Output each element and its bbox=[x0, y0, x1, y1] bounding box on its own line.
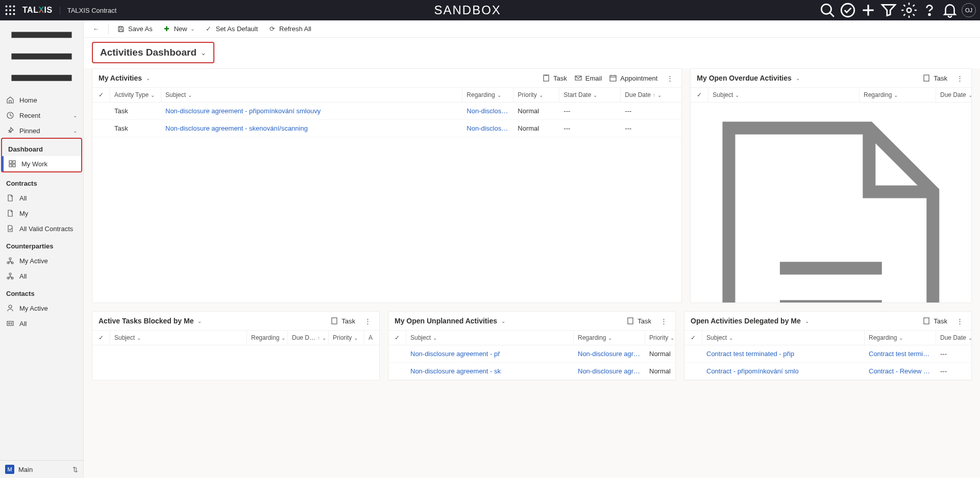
col-regarding[interactable]: Regarding ⌄ bbox=[864, 331, 936, 345]
sidebar-item-pinned[interactable]: Pinned ⌄ bbox=[0, 123, 83, 138]
sidebar-item-contacts-all[interactable]: All bbox=[0, 316, 83, 331]
chevron-down-icon[interactable]: ⌄ bbox=[146, 76, 150, 81]
col-subject[interactable]: Subject ⌄ bbox=[702, 331, 864, 345]
cell-regarding[interactable]: Non-disclosure ag bbox=[462, 103, 513, 119]
sidebar-item-cp-all[interactable]: All bbox=[0, 268, 83, 284]
cell-due: --- bbox=[936, 345, 971, 362]
sidebar-header-contacts: Contacts bbox=[0, 284, 83, 300]
svg-point-2 bbox=[13, 6, 15, 8]
svg-point-24 bbox=[9, 258, 11, 260]
col-due-date[interactable]: Due Date ↑ ⌄ bbox=[620, 88, 681, 102]
chevron-down-icon[interactable]: ⌄ bbox=[501, 318, 505, 324]
area-switcher[interactable]: M Main ⇅ bbox=[0, 460, 83, 478]
new-icon[interactable] bbox=[860, 2, 877, 19]
set-default-button[interactable]: ✓Set As Default bbox=[201, 23, 262, 35]
cell-subject[interactable]: Non-disclosure agreement - př bbox=[406, 345, 573, 362]
filter-icon[interactable] bbox=[880, 2, 897, 19]
sidebar-header-contracts: Contracts bbox=[0, 173, 83, 190]
sidebar-item-recent[interactable]: Recent ⌄ bbox=[0, 108, 83, 123]
sidebar-item-label: All bbox=[19, 320, 27, 328]
col-due-date[interactable]: Due Date ⌄ bbox=[936, 331, 971, 345]
col-a[interactable]: A bbox=[364, 331, 379, 345]
new-task-button[interactable]: Task bbox=[922, 74, 947, 82]
sidebar-item-contracts-all[interactable]: All bbox=[0, 190, 83, 206]
svg-rect-47 bbox=[332, 318, 337, 324]
col-subject[interactable]: Subject ⌄ bbox=[406, 331, 573, 345]
col-regarding[interactable]: Regarding ⌄ bbox=[859, 88, 936, 102]
refresh-all-button[interactable]: ⟳Refresh All bbox=[264, 23, 315, 35]
new-task-button[interactable]: Task bbox=[626, 317, 651, 325]
col-select[interactable]: ✓ bbox=[92, 88, 110, 102]
col-select[interactable]: ✓ bbox=[388, 331, 406, 345]
sidebar-item-contracts-valid[interactable]: All Valid Contracts bbox=[0, 221, 83, 236]
user-avatar[interactable]: OJ bbox=[962, 3, 976, 17]
sidebar-item-contracts-my[interactable]: My bbox=[0, 206, 83, 221]
col-regarding[interactable]: Regarding ⌄ bbox=[247, 331, 287, 345]
sidebar-item-home[interactable]: Home bbox=[0, 92, 83, 108]
col-regarding[interactable]: Regarding ⌄ bbox=[573, 331, 645, 345]
chevron-down-icon[interactable]: ⌄ bbox=[796, 76, 800, 81]
col-regarding[interactable]: Regarding ⌄ bbox=[462, 88, 513, 102]
table-row[interactable]: Non-disclosure agreement - př Non-disclo… bbox=[388, 345, 675, 363]
col-select[interactable]: ✓ bbox=[691, 88, 708, 102]
save-as-button[interactable]: Save As bbox=[113, 23, 157, 35]
col-select[interactable]: ✓ bbox=[684, 331, 702, 345]
cell-subject[interactable]: Contract test terminated - přip bbox=[702, 345, 864, 362]
assist-icon[interactable] bbox=[839, 2, 856, 19]
col-priority[interactable]: Priority ⌄ bbox=[513, 88, 559, 102]
cell-regarding[interactable]: Non-disclosure agreement bbox=[573, 363, 645, 380]
table-row[interactable]: Task Non-disclosure agreement - připomín… bbox=[92, 103, 681, 120]
table-row[interactable]: Contract - připomínkování smlo Contract … bbox=[684, 363, 971, 380]
sidebar-item-cp-active[interactable]: My Active bbox=[0, 253, 83, 268]
sidebar-item-label: Recent bbox=[19, 112, 40, 119]
cell-regarding[interactable]: Non-disclosure agreement bbox=[573, 345, 645, 362]
cell-regarding[interactable]: Non-disclosure ag bbox=[462, 120, 513, 137]
col-due-date[interactable]: Due D… ↑ ⌄ bbox=[287, 331, 328, 345]
cell-subject[interactable]: Contract - připomínkování smlo bbox=[702, 363, 864, 380]
col-start-date[interactable]: Start Date ⌄ bbox=[559, 88, 620, 102]
col-activity-type[interactable]: Activity Type ⌄ bbox=[110, 88, 161, 102]
new-task-button[interactable]: Task bbox=[330, 317, 355, 325]
table-row[interactable]: Contract test terminated - přip Contract… bbox=[684, 345, 971, 363]
search-icon[interactable] bbox=[819, 2, 836, 19]
sidebar-item-contacts-active[interactable]: My Active bbox=[0, 300, 83, 316]
more-icon[interactable]: ⋮ bbox=[362, 317, 373, 325]
col-select[interactable]: ✓ bbox=[92, 331, 110, 345]
chevron-down-icon: ⌄ bbox=[73, 113, 77, 118]
new-task-button[interactable]: Task bbox=[922, 317, 947, 325]
col-due-date[interactable]: Due Date ⌄ bbox=[936, 88, 971, 102]
new-task-button[interactable]: Task bbox=[542, 74, 567, 82]
gear-icon[interactable] bbox=[900, 2, 918, 19]
app-launcher-icon[interactable] bbox=[4, 4, 16, 16]
help-icon[interactable] bbox=[921, 2, 938, 19]
more-icon[interactable]: ⋮ bbox=[954, 317, 965, 325]
more-icon[interactable]: ⋮ bbox=[954, 74, 965, 82]
bell-icon[interactable] bbox=[941, 2, 959, 19]
cell-subject[interactable]: Non-disclosure agreement - sk bbox=[406, 363, 573, 380]
sidebar-item-my-work[interactable]: My Work bbox=[2, 156, 81, 171]
table-row[interactable]: Non-disclosure agreement - sk Non-disclo… bbox=[388, 363, 675, 380]
col-priority[interactable]: Priority ⌄ bbox=[645, 331, 675, 345]
col-priority[interactable]: Priority ⌄ bbox=[328, 331, 364, 345]
chevron-down-icon[interactable]: ⌄ bbox=[805, 318, 809, 324]
dashboard-picker[interactable]: Activities Dashboard ⌄ bbox=[92, 42, 214, 63]
col-subject[interactable]: Subject ⌄ bbox=[708, 88, 859, 102]
cell-subject[interactable]: Non-disclosure agreement - připomínkován… bbox=[161, 103, 462, 119]
new-appointment-button[interactable]: Appointment bbox=[609, 74, 657, 82]
cell-regarding[interactable]: Contract test terminated - bbox=[864, 345, 936, 362]
back-button[interactable]: ← bbox=[88, 23, 104, 35]
table-row[interactable]: Task Non-disclosure agreement - skenován… bbox=[92, 120, 681, 137]
col-subject[interactable]: Subject ⌄ bbox=[110, 331, 247, 345]
more-icon[interactable]: ⋮ bbox=[658, 317, 669, 325]
cell-due: --- bbox=[620, 103, 681, 119]
new-button[interactable]: ✚New⌄ bbox=[159, 23, 199, 35]
more-icon[interactable]: ⋮ bbox=[665, 74, 675, 82]
hamburger-icon[interactable] bbox=[0, 20, 83, 92]
svg-point-11 bbox=[841, 4, 854, 17]
cell-subject[interactable]: Non-disclosure agreement - skenování/sca… bbox=[161, 120, 462, 137]
col-subject[interactable]: Subject ⌄ bbox=[161, 88, 462, 102]
svg-point-32 bbox=[9, 323, 10, 324]
cell-regarding[interactable]: Contract - Review Round bbox=[864, 363, 936, 380]
new-email-button[interactable]: Email bbox=[574, 74, 602, 82]
chevron-down-icon[interactable]: ⌄ bbox=[198, 318, 202, 324]
